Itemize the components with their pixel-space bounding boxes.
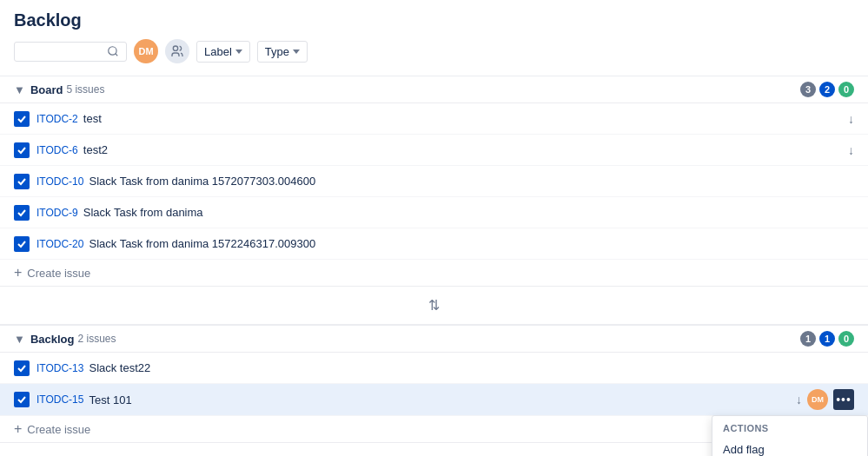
create-issue-label: Create issue xyxy=(27,423,90,436)
backlog-section: ▼ Backlog 2 issues 1 1 0 ITODC-13 Slack … xyxy=(0,325,868,443)
table-row[interactable]: ITODC-9 Slack Task from danima xyxy=(0,197,868,228)
badge-gray: 3 xyxy=(800,82,816,97)
issue-title: Slack Task from danima 1572077303.004600 xyxy=(89,175,854,188)
backlog-section-header[interactable]: ▼ Backlog 2 issues 1 1 0 xyxy=(0,325,868,353)
badge-blue: 1 xyxy=(819,331,835,347)
table-row[interactable]: ITODC-2 test ↓ xyxy=(0,103,868,135)
board-section: ▼ Board 5 issues 3 2 0 ITODC-2 test ↓ IT… xyxy=(0,76,868,287)
issue-actions: ↓ xyxy=(848,112,854,126)
sort-down-icon[interactable]: ↓ xyxy=(848,112,854,126)
issue-title: test2 xyxy=(83,143,848,156)
issue-checkbox[interactable] xyxy=(14,236,30,252)
table-row[interactable]: ITODC-10 Slack Task from danima 15720773… xyxy=(0,166,868,197)
search-input[interactable] xyxy=(20,45,107,58)
avatar[interactable]: DM xyxy=(134,39,158,63)
issue-title: test xyxy=(83,112,848,125)
table-row[interactable]: ITODC-6 test2 ↓ xyxy=(0,135,868,166)
issue-id: ITODC-9 xyxy=(36,207,78,219)
actions-label: ACTIONS xyxy=(712,416,867,437)
issue-title: Slack test22 xyxy=(89,361,854,374)
sort-down-icon[interactable]: ↓ xyxy=(848,143,854,157)
backlog-section-count: 2 issues xyxy=(77,333,116,345)
issue-title: Slack Task from danima 1572246317.009300 xyxy=(89,237,854,250)
context-menu: ACTIONS Add flag Delete MOVE TO Board To… xyxy=(712,415,868,456)
create-issue-btn[interactable]: + Create issue xyxy=(0,260,868,287)
badge-green: 0 xyxy=(838,331,854,347)
board-section-name: Board xyxy=(30,83,63,96)
svg-point-2 xyxy=(173,46,177,50)
issue-checkbox[interactable] xyxy=(14,205,30,221)
label-filter-btn[interactable]: Label xyxy=(196,41,250,63)
group-avatar-icon[interactable] xyxy=(165,39,189,63)
sort-down-icon[interactable]: ↓ xyxy=(796,393,802,406)
chevron-down-icon xyxy=(293,50,300,54)
issue-id: ITODC-20 xyxy=(36,238,83,250)
issue-checkbox[interactable] xyxy=(14,392,30,407)
issue-id: ITODC-6 xyxy=(36,144,78,156)
table-row[interactable]: ITODC-15 Test 101 ↓ DM ••• ACTIONS Add f… xyxy=(0,384,868,416)
issue-id: ITODC-2 xyxy=(36,113,78,125)
more-actions-btn[interactable]: ••• xyxy=(833,389,854,410)
issue-checkbox[interactable] xyxy=(14,111,30,127)
badge-green: 0 xyxy=(838,82,854,97)
avatar: DM xyxy=(807,389,828,410)
table-row[interactable]: ITODC-20 Slack Task from danima 15722463… xyxy=(0,228,868,260)
issue-title: Slack Task from danima xyxy=(83,206,854,219)
badge-gray: 1 xyxy=(800,331,816,347)
issue-actions: ↓ DM ••• xyxy=(796,389,854,410)
issue-actions: ↓ xyxy=(848,143,854,157)
issue-id: ITODC-13 xyxy=(36,362,83,374)
section-collapse-icon: ▼ xyxy=(14,333,25,346)
svg-line-1 xyxy=(116,54,118,56)
plus-icon: + xyxy=(14,265,22,281)
section-collapse-icon: ▼ xyxy=(14,83,25,96)
issue-checkbox[interactable] xyxy=(14,360,30,376)
backlog-section-name: Backlog xyxy=(30,333,75,346)
divider-icon: ⇅ xyxy=(428,297,440,314)
badge-blue: 2 xyxy=(819,82,835,97)
issue-checkbox[interactable] xyxy=(14,174,30,189)
add-flag-item[interactable]: Add flag xyxy=(712,437,867,456)
table-row[interactable]: ITODC-13 Slack test22 xyxy=(0,353,868,384)
page-title: Backlog xyxy=(14,10,854,30)
search-box[interactable] xyxy=(14,42,127,62)
board-section-header[interactable]: ▼ Board 5 issues 3 2 0 xyxy=(0,76,868,103)
backlog-section-badges: 1 1 0 xyxy=(800,331,854,347)
section-divider: ⇅ xyxy=(0,287,868,325)
board-section-count: 5 issues xyxy=(66,83,104,96)
chevron-down-icon xyxy=(235,50,242,54)
search-icon xyxy=(107,45,119,57)
type-filter-btn[interactable]: Type xyxy=(257,41,308,63)
issue-id: ITODC-10 xyxy=(36,175,83,188)
board-section-badges: 3 2 0 xyxy=(800,82,854,97)
plus-icon: + xyxy=(14,421,22,437)
issue-checkbox[interactable] xyxy=(14,142,30,158)
create-issue-label: Create issue xyxy=(27,267,90,280)
svg-point-0 xyxy=(109,47,116,55)
issue-title: Test 101 xyxy=(89,393,796,406)
issue-id: ITODC-15 xyxy=(36,393,83,406)
